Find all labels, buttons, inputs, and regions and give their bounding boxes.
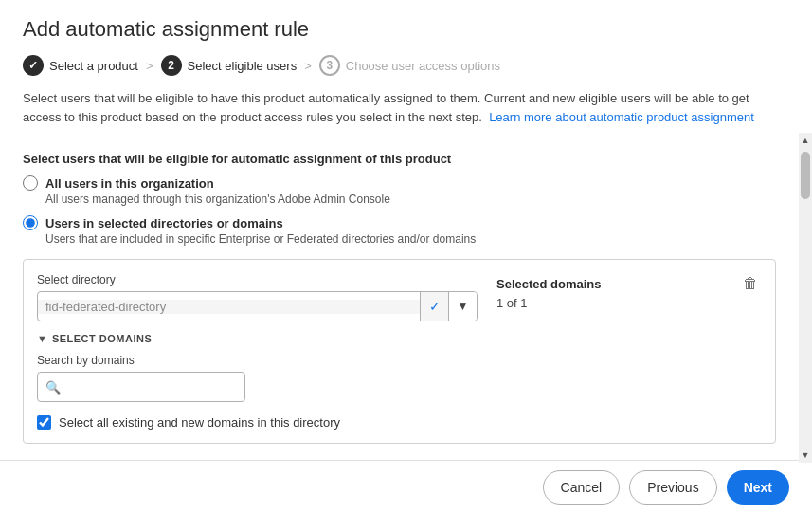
toggle-arrow-icon: ▼: [37, 333, 47, 344]
scroll-down-arrow[interactable]: ▼: [802, 448, 810, 463]
dialog-description: Select users that will be eligible to ha…: [0, 89, 812, 126]
directory-field-label: Select directory: [37, 273, 478, 286]
directory-left: Select directory fid-federated-directory…: [37, 273, 478, 402]
scrollbar[interactable]: ▲ ▼: [799, 133, 812, 463]
cancel-button[interactable]: Cancel: [543, 470, 621, 505]
radio-all-users-sublabel: All users managed through this organizat…: [45, 193, 776, 206]
radio-selected-users-label[interactable]: Users in selected directories or domains: [45, 216, 283, 230]
toggle-label: SELECT DOMAINS: [52, 333, 152, 344]
selected-count: 1 of 1: [496, 296, 762, 310]
selected-domains-row: Selected domains 🗑: [496, 273, 762, 294]
step-2: 2 Select eligible users: [161, 55, 298, 76]
trash-icon[interactable]: 🗑: [739, 273, 762, 294]
section-title: Select users that will be eligible for a…: [23, 138, 776, 175]
learn-more-link[interactable]: Learn more about automatic product assig…: [489, 110, 754, 124]
radio-all-users-input[interactable]: [23, 175, 38, 191]
footer: Cancel Previous Next: [0, 460, 812, 514]
directory-dropdown-icon[interactable]: ▼: [448, 291, 477, 321]
step-2-circle: 2: [161, 55, 182, 76]
directory-section: Select directory fid-federated-directory…: [23, 259, 776, 444]
all-domains-label[interactable]: Select all existing and new domains in t…: [59, 415, 340, 430]
radio-selected-users: Users in selected directories or domains…: [23, 215, 776, 246]
step-arrow-2: >: [304, 59, 312, 73]
step-3-label: Choose user access options: [346, 59, 500, 73]
dialog: Add automatic assignment rule ✓ Select a…: [0, 0, 812, 514]
step-arrow-1: >: [146, 59, 153, 73]
all-domains-checkbox[interactable]: [37, 415, 51, 430]
search-input[interactable]: [66, 380, 237, 395]
radio-all-users: All users in this organization All users…: [23, 175, 776, 206]
checkbox-container: Select all existing and new domains in t…: [37, 415, 762, 430]
directory-select[interactable]: fid-federated-directory ✓ ▼: [37, 291, 478, 321]
directory-select-value: fid-federated-directory: [38, 300, 420, 314]
search-label: Search by domains: [37, 354, 478, 367]
stepper: ✓ Select a product > 2 Select eligible u…: [23, 55, 789, 76]
radio-group: All users in this organization All users…: [23, 175, 776, 246]
dialog-header: Add automatic assignment rule ✓ Select a…: [0, 0, 812, 89]
radio-selected-users-input[interactable]: [23, 215, 38, 230]
directory-top: Select directory fid-federated-directory…: [37, 273, 762, 402]
search-input-wrap: 🔍: [37, 372, 245, 402]
step-1: ✓ Select a product: [23, 55, 138, 76]
selected-domains-label: Selected domains: [496, 277, 602, 291]
search-icon: 🔍: [45, 380, 61, 395]
step-2-label: Select eligible users: [188, 59, 298, 73]
next-button[interactable]: Next: [727, 470, 789, 505]
radio-selected-users-sublabel: Users that are included in specific Ente…: [45, 232, 776, 246]
step-3: 3 Choose user access options: [319, 55, 500, 76]
step-3-circle: 3: [319, 55, 340, 76]
radio-all-users-label[interactable]: All users in this organization: [45, 176, 214, 191]
previous-button[interactable]: Previous: [629, 470, 716, 505]
directory-check-icon: ✓: [420, 291, 448, 321]
step-1-label: Select a product: [49, 59, 138, 73]
step-1-circle: ✓: [23, 55, 44, 76]
select-domains-toggle[interactable]: ▼ SELECT DOMAINS: [37, 333, 478, 344]
dialog-title: Add automatic assignment rule: [23, 17, 789, 42]
scroll-thumb[interactable]: [801, 152, 810, 199]
directory-right: Selected domains 🗑 1 of 1: [496, 273, 762, 310]
scroll-up-arrow[interactable]: ▲: [802, 133, 810, 148]
content-area: Select users that will be eligible for a…: [0, 138, 812, 460]
domains-search-section: Search by domains 🔍: [37, 354, 478, 402]
